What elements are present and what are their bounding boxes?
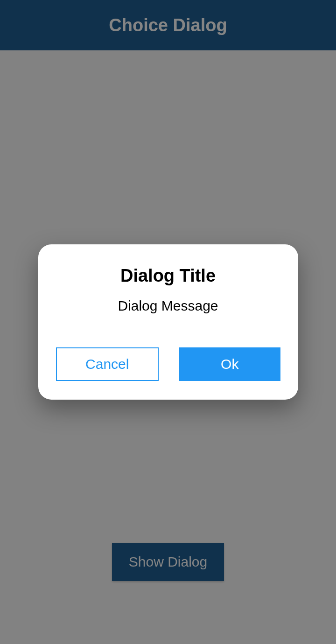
dialog-message: Dialog Message xyxy=(118,298,218,314)
dialog-title: Dialog Title xyxy=(120,266,216,286)
dialog-actions: Cancel Ok xyxy=(56,347,280,381)
dialog: Dialog Title Dialog Message Cancel Ok xyxy=(38,244,298,400)
modal-overlay[interactable]: Dialog Title Dialog Message Cancel Ok xyxy=(0,0,336,644)
cancel-button[interactable]: Cancel xyxy=(56,347,159,381)
ok-button[interactable]: Ok xyxy=(179,347,280,381)
